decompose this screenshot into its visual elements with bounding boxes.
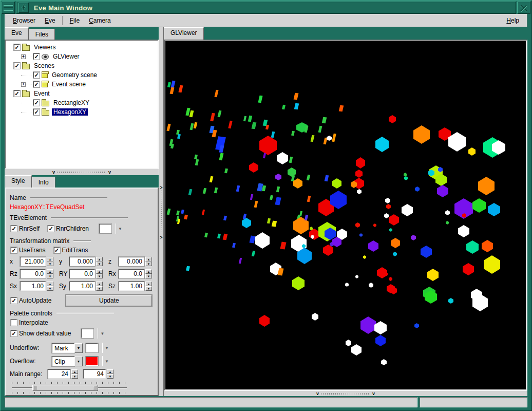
chevron-down-icon[interactable]: ▼ [118,227,122,231]
spin-down-button[interactable]: ▼ [96,274,103,278]
slider-handle-min[interactable] [34,386,37,390]
tree-item-glviewer[interactable]: +✓GLViewer [6,52,158,61]
field-ry-value[interactable]: 0.0 [69,269,95,278]
tab-glviewer[interactable]: GLViewer [164,27,204,40]
field-y-value[interactable]: 0.000 [69,257,95,266]
range-max[interactable]: 94▲▼ [83,369,113,379]
underflow-color-picker[interactable]: ▼ [86,343,109,353]
default-color-swatch[interactable] [81,329,93,338]
tree-item-label[interactable]: GLViewer [51,53,81,60]
rnrself-checkbox[interactable]: ✓ [11,226,17,232]
field-sz[interactable]: 1.00▲▼ [119,282,152,291]
expander-icon[interactable]: + [21,54,26,59]
tree-item-viewers[interactable]: ✓Viewers [6,43,158,52]
chevron-down-icon[interactable]: ▼ [105,359,109,364]
default-color-picker[interactable]: ▼ [81,328,104,339]
spin-up-button[interactable]: ▲ [145,282,152,286]
spin-down-button[interactable]: ▼ [145,286,152,291]
tree-item-label[interactable]: HexagonXY [52,108,88,116]
field-y[interactable]: 0.000▲▼ [69,257,103,266]
show-default-checkbox[interactable]: ✓ [11,330,17,337]
spin-up-button[interactable]: ▲ [96,282,103,286]
chevron-down-icon[interactable]: ▼ [74,343,83,353]
tree-item-event[interactable]: ✓Event [6,89,158,98]
menu-help[interactable]: Help [502,15,524,26]
field-z[interactable]: 0.000▲▼ [119,257,152,266]
update-button[interactable]: Update [66,295,152,306]
chevron-down-icon[interactable]: ▼ [105,346,109,350]
tree-item-label[interactable]: Scenes [32,62,56,69]
gl-viewport[interactable] [165,41,526,389]
spin-up-button[interactable]: ▲ [47,282,53,286]
field-x[interactable]: 21.000▲▼ [20,257,53,266]
tree-style-splitter[interactable]: v v [5,169,159,175]
spin-up-button[interactable]: ▲ [71,369,78,374]
field-ry[interactable]: 0.0▲▼ [69,269,103,278]
tree-item-label[interactable]: Geometry scene [50,71,99,79]
interpolate-checkbox[interactable] [11,320,17,326]
spin-up-button[interactable]: ▲ [96,269,103,274]
spin-down-button[interactable]: ▼ [47,274,53,278]
tree-item-event-scene[interactable]: +✓Event scene [6,80,158,89]
spin-down-button[interactable]: ▼ [47,261,53,266]
tree-item-hexagonxy[interactable]: ✓HexagonXY [6,107,158,117]
chevron-down-icon[interactable]: ▼ [100,331,104,336]
menu-eve[interactable]: Eve [40,15,60,26]
spin-down-button[interactable]: ▼ [107,374,113,379]
field-x-value[interactable]: 21.000 [20,257,46,266]
titlebar[interactable]: Eve Main Window [16,2,516,14]
field-rx[interactable]: 0.0▲▼ [119,269,152,278]
rnrchildren-checkbox[interactable]: ✓ [48,226,54,232]
field-sy-value[interactable]: 1.00 [69,282,95,291]
vertical-splitter[interactable]: > > [159,27,164,396]
expander-icon[interactable]: + [21,82,26,87]
window-menu-button[interactable] [2,2,15,14]
slider-range-bar[interactable] [32,385,98,391]
main-color-swatch[interactable] [99,224,111,233]
tree-checkbox[interactable]: ✓ [33,100,40,106]
tree-item-rectanglexy[interactable]: ✓RectangleXY [6,98,158,107]
spin-up-button[interactable]: ▲ [96,257,103,261]
spin-up-button[interactable]: ▲ [47,257,53,261]
underflow-color-swatch[interactable] [86,343,98,352]
tree-item-scenes[interactable]: ✓Scenes [6,61,158,70]
spin-down-button[interactable]: ▼ [47,286,53,291]
menu-browser[interactable]: Browser [8,15,40,26]
tree-checkbox[interactable]: ✓ [33,81,40,87]
spin-up-button[interactable]: ▲ [145,269,152,274]
range-min[interactable]: 24▲▼ [48,369,78,379]
tree-checkbox[interactable]: ✓ [33,53,40,60]
tab-style[interactable]: Style [5,175,32,188]
tree-item-geometry-scene[interactable]: ✓Geometry scene [6,70,158,80]
tree-item-label[interactable]: Event scene [50,81,87,88]
spin-down-button[interactable]: ▼ [145,274,152,278]
tree-item-label[interactable]: RectangleXY [52,99,91,106]
tree-checkbox[interactable]: ✓ [14,63,20,69]
spin-up-button[interactable]: ▲ [145,257,152,261]
range-max-value[interactable]: 94 [83,369,106,379]
menu-camera[interactable]: Camera [84,15,116,26]
tree-checkbox[interactable]: ✓ [33,72,40,78]
tree-item-label[interactable]: Event [32,90,51,97]
range-slider[interactable] [12,382,127,395]
field-sx[interactable]: 1.00▲▼ [20,282,53,291]
spin-down-button[interactable]: ▼ [96,286,103,291]
range-min-value[interactable]: 24 [48,369,70,379]
tree-checkbox[interactable]: ✓ [33,109,40,115]
overflow-combo[interactable]: Clip ▼ [52,357,83,366]
tab-info[interactable]: Info [32,177,55,188]
viewer-bottom-splitter[interactable]: v v [164,391,527,396]
menu-file[interactable]: File [65,15,84,26]
underflow-combo[interactable]: Mark ▼ [52,343,83,353]
tree-checkbox[interactable]: ✓ [14,44,20,50]
spin-up-button[interactable]: ▲ [47,269,53,274]
field-sz-value[interactable]: 1.00 [119,282,144,291]
tab-eve[interactable]: Eve [5,27,29,40]
field-rz-value[interactable]: 0.0 [20,269,46,278]
field-sy[interactable]: 1.00▲▼ [69,282,103,291]
tree-item-label[interactable]: Viewers [32,44,57,51]
usetrans-checkbox[interactable]: ✓ [11,247,17,253]
field-rz[interactable]: 0.0▲▼ [20,269,53,278]
field-rx-value[interactable]: 0.0 [119,269,144,278]
edittrans-checkbox[interactable]: ✓ [54,247,60,253]
